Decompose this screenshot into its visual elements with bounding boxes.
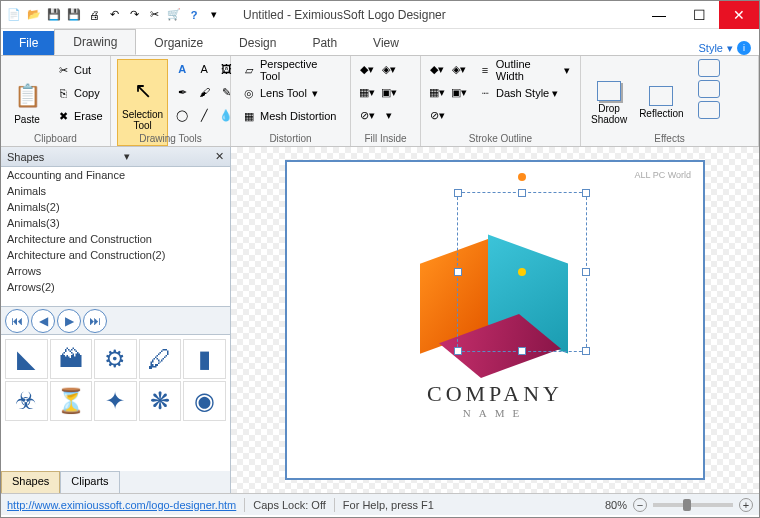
tab-drawing[interactable]: Drawing [54,29,136,55]
shape-thumb[interactable]: ⏳ [50,381,93,421]
brush-tool-icon[interactable]: 🖌 [194,82,214,102]
side-tab-cliparts[interactable]: Cliparts [60,471,119,493]
company-text[interactable]: COMPANY [427,381,563,407]
effect-preset-3[interactable] [698,101,720,119]
list-item[interactable]: Animals(3) [1,215,230,231]
shape-thumb[interactable]: ◉ [183,381,226,421]
panel-close-icon[interactable]: ✕ [215,150,224,163]
help-hint: For Help, press F1 [343,499,434,511]
nav-prev-icon[interactable]: ◀ [31,309,55,333]
shape-thumb[interactable]: ▮ [183,339,226,379]
style-dropdown[interactable]: Style▾ i [699,41,751,55]
copy-button[interactable]: ⎘Copy [51,82,107,104]
pen-tool-icon[interactable]: ✒ [172,82,192,102]
tab-organize[interactable]: Organize [136,31,221,55]
shape-tool-icon[interactable]: ◯ [172,105,192,125]
stroke-grad-icon[interactable]: ◈▾ [449,59,469,79]
print-icon[interactable]: 🖨 [85,6,103,24]
fill-none-icon[interactable]: ⊘▾ [357,105,377,125]
mesh-icon: ▦ [241,108,257,124]
close-button[interactable]: ✕ [719,1,759,29]
group-drawing-label: Drawing Tools [111,133,230,144]
lens-icon: ◎ [241,85,257,101]
shape-thumb[interactable]: ✦ [94,381,137,421]
window-title: Untitled - EximiousSoft Logo Designer [223,8,639,22]
save-icon[interactable]: 💾 [45,6,63,24]
shape-thumb[interactable]: 🏔 [50,339,93,379]
zoom-in-button[interactable]: + [739,498,753,512]
tab-path[interactable]: Path [294,31,355,55]
undo-icon[interactable]: ↶ [105,6,123,24]
paste-icon: 📋 [11,80,43,112]
maximize-button[interactable]: ☐ [679,1,719,29]
group-distortion-label: Distortion [231,133,350,144]
file-tab[interactable]: File [3,31,54,55]
mesh-button[interactable]: ▦Mesh Distortion [237,105,344,127]
name-text[interactable]: NAME [463,407,527,419]
zoom-slider[interactable] [653,503,733,507]
stroke-none-icon[interactable]: ⊘▾ [427,105,447,125]
new-icon[interactable]: 📄 [5,6,23,24]
perspective-button[interactable]: ▱Perspective Tool [237,59,344,81]
list-item[interactable]: Accounting and Finance [1,167,230,183]
status-url[interactable]: http://www.eximioussoft.com/logo-designe… [7,499,236,511]
shape-thumb[interactable]: ❋ [139,381,182,421]
tab-design[interactable]: Design [221,31,294,55]
nav-next-icon[interactable]: ▶ [57,309,81,333]
fill-more-icon[interactable]: ▾ [379,105,399,125]
shadow-icon [597,81,621,101]
text-tool-icon[interactable]: A [172,59,192,79]
dash-style-button[interactable]: ┈Dash Style▾ [473,82,574,104]
line-tool-icon[interactable]: ╱ [194,105,214,125]
cart-icon[interactable]: 🛒 [165,6,183,24]
panel-dropdown-icon[interactable]: ▾ [124,150,130,163]
erase-button[interactable]: ✖Erase [51,105,107,127]
list-item[interactable]: Animals(2) [1,199,230,215]
shape-thumb[interactable]: ◣ [5,339,48,379]
list-item[interactable]: Arrows(2) [1,279,230,295]
help-icon[interactable]: ? [185,6,203,24]
saveas-icon[interactable]: 💾 [65,6,83,24]
text-path-icon[interactable]: A [194,59,214,79]
lens-button[interactable]: ◎Lens Tool▾ [237,82,344,104]
rotate-handle[interactable] [518,173,526,181]
shape-thumb[interactable]: 🖊 [139,339,182,379]
zoom-out-button[interactable]: − [633,498,647,512]
stroke-pic-icon[interactable]: ▣▾ [449,82,469,102]
redo-icon[interactable]: ↷ [125,6,143,24]
list-item[interactable]: Architecture and Construction [1,231,230,247]
canvas-area[interactable]: ALL PC World COMPANY NAME [231,147,759,493]
zoom-value: 80% [605,499,627,511]
tab-view[interactable]: View [355,31,417,55]
effect-preset-2[interactable] [698,80,720,98]
list-item[interactable]: Architecture and Construction(2) [1,247,230,263]
dash-icon: ┈ [477,85,493,101]
caps-lock-status: Caps Lock: Off [253,499,326,511]
outline-width-button[interactable]: ≡Outline Width▾ [473,59,574,81]
fill-pattern-icon[interactable]: ▦▾ [357,82,377,102]
canvas[interactable]: ALL PC World COMPANY NAME [285,160,705,480]
qat-more-icon[interactable]: ▾ [205,6,223,24]
stroke-solid-icon[interactable]: ◆▾ [427,59,447,79]
side-tab-shapes[interactable]: Shapes [1,471,60,493]
group-fill-label: Fill Inside [351,133,420,144]
group-stroke-label: Stroke Outline [421,133,580,144]
open-icon[interactable]: 📂 [25,6,43,24]
fill-solid-icon[interactable]: ◆▾ [357,59,377,79]
group-effects-label: Effects [581,133,758,144]
nav-first-icon[interactable]: ⏮ [5,309,29,333]
fill-gradient-icon[interactable]: ◈▾ [379,59,399,79]
stroke-pat-icon[interactable]: ▦▾ [427,82,447,102]
center-handle[interactable] [518,268,526,276]
minimize-button[interactable]: — [639,1,679,29]
list-item[interactable]: Arrows [1,263,230,279]
shape-thumb[interactable]: ☣ [5,381,48,421]
cut-icon[interactable]: ✂ [145,6,163,24]
list-item[interactable]: Animals [1,183,230,199]
nav-last-icon[interactable]: ⏭ [83,309,107,333]
cut-button[interactable]: ✂Cut [51,59,107,81]
fill-picture-icon[interactable]: ▣▾ [379,82,399,102]
shape-thumb[interactable]: ⚙ [94,339,137,379]
effect-preset-1[interactable] [698,59,720,77]
selection-box[interactable] [457,192,587,352]
